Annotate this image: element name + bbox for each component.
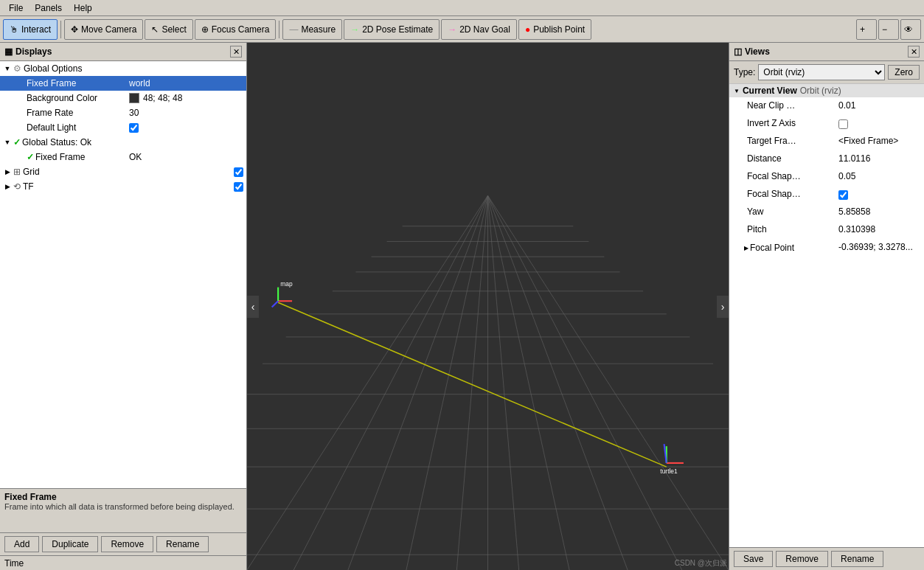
menu-panels[interactable]: Panels — [29, 1, 68, 15]
views-item-focal-shape-2[interactable]: Focal Shap… — [729, 186, 924, 204]
tree-item-background-color[interactable]: Background Color 48; 48; 48 — [0, 91, 246, 105]
tree-item-grid[interactable]: ▶ ⊞ Grid — [0, 164, 246, 179]
separator-1 — [60, 21, 61, 38]
views-item-focal-point[interactable]: ▶ Focal Point -0.36939; 3.3278... — [729, 239, 924, 257]
views-item-invert-z[interactable]: Invert Z Axis — [729, 115, 924, 133]
eye-icon: 👁 — [904, 24, 913, 35]
interact-button[interactable]: 🖱 Interact — [3, 19, 58, 40]
views-save-button[interactable]: Save — [734, 551, 773, 567]
tree-item-fixed-frame-status[interactable]: ✓ Fixed Frame OK — [0, 150, 246, 164]
displays-panel-header: ▦ Displays ✕ — [0, 43, 246, 61]
grid-checkbox[interactable] — [234, 167, 243, 177]
menu-help[interactable]: Help — [68, 1, 98, 15]
separator-2 — [279, 21, 279, 38]
tree-item-global-options[interactable]: ▼ ⚙ Global Options — [0, 61, 246, 76]
current-view-header[interactable]: ▼ Current View Orbit (rviz) — [729, 84, 924, 97]
views-panel-header: ◫ Views ✕ — [729, 43, 924, 61]
status-area: Fixed Frame Frame into which all data is… — [0, 488, 246, 532]
default-light-checkbox[interactable] — [129, 123, 139, 133]
gear-icon: ⚙ — [13, 63, 21, 74]
watermark: CSDN @次归派 — [675, 558, 727, 569]
nav-goal-button[interactable]: → 2D Nav Goal — [441, 19, 517, 40]
pose-estimate-button[interactable]: → 2D Pose Estimate — [344, 19, 440, 40]
minus-icon: − — [882, 24, 887, 35]
tree-item-tf[interactable]: ▶ ⟲ TF — [0, 179, 246, 194]
views-remove-button[interactable]: Remove — [776, 551, 828, 567]
views-type-row: Type: Orbit (rviz) Zero — [729, 61, 924, 84]
3d-grid: map turtle1 — [247, 43, 729, 570]
tree-item-default-light[interactable]: Default Light — [0, 120, 246, 135]
views-item-near-clip[interactable]: Near Clip … 0.01 — [729, 97, 924, 115]
status-ok-icon: ✓ — [13, 137, 21, 147]
time-bar: Time — [0, 555, 246, 570]
plus-icon: + — [860, 24, 865, 35]
zero-button[interactable]: Zero — [888, 65, 920, 80]
expand-focal-icon: ▶ — [744, 245, 748, 251]
remove-button[interactable]: Remove — [101, 536, 153, 552]
status-text: Frame into which all data is transformed… — [4, 502, 242, 511]
select-button[interactable]: ↖ Select — [145, 19, 192, 40]
cursor-icon: ↖ — [151, 24, 159, 35]
move-icon: ✥ — [71, 24, 78, 35]
focus-camera-button[interactable]: ⊕ Focus Camera — [195, 19, 277, 40]
views-item-yaw[interactable]: Yaw 5.85858 — [729, 204, 924, 221]
move-camera-button[interactable]: ✥ Move Camera — [64, 19, 143, 40]
views-item-target-frame[interactable]: Target Fra… <Fixed Frame> — [729, 133, 924, 150]
nav-icon: → — [448, 24, 456, 35]
grid-icon: ⊞ — [13, 167, 21, 177]
nav-arrow-right[interactable]: › — [717, 296, 729, 318]
views-panel-title: ◫ Views — [734, 46, 770, 57]
ruler-icon: — — [289, 24, 298, 35]
eye-icon-button[interactable]: 👁 — [900, 19, 921, 40]
expand-grid-icon: ▶ — [3, 167, 12, 176]
status-title: Fixed Frame — [4, 492, 242, 502]
main-content: ▦ Displays ✕ ▼ ⚙ Global Options Fixed Fr… — [0, 43, 924, 570]
views-bottom-buttons: Save Remove Rename — [729, 547, 924, 570]
expand-status-icon: ▼ — [3, 138, 12, 147]
displays-panel-close[interactable]: ✕ — [230, 46, 242, 58]
displays-panel: ▦ Displays ✕ ▼ ⚙ Global Options Fixed Fr… — [0, 43, 247, 570]
menu-bar: File Panels Help — [0, 0, 924, 16]
add-button[interactable]: Add — [4, 536, 39, 552]
bg-color-swatch — [129, 93, 139, 103]
duplicate-button[interactable]: Duplicate — [42, 536, 98, 552]
tree-item-frame-rate[interactable]: Frame Rate 30 — [0, 105, 246, 120]
viewport[interactable]: map turtle1 ‹ › CSDN @次归派 — [247, 43, 729, 570]
measure-button[interactable]: — Measure — [282, 19, 342, 40]
svg-text:turtle1: turtle1 — [660, 468, 678, 476]
rename-button[interactable]: Rename — [156, 536, 209, 552]
expand-global-icon: ▼ — [3, 64, 12, 73]
add-icon-button[interactable]: + — [856, 19, 877, 40]
focus-icon: ⊕ — [201, 24, 209, 35]
nav-arrow-left[interactable]: ‹ — [247, 296, 259, 318]
expand-current-view-icon: ▼ — [734, 88, 740, 94]
expand-tf-icon: ▶ — [3, 182, 12, 191]
tree-item-fixed-frame[interactable]: Fixed Frame world — [0, 76, 246, 91]
menu-file[interactable]: File — [3, 1, 29, 15]
views-rename-button[interactable]: Rename — [831, 551, 883, 567]
displays-tree: ▼ ⚙ Global Options Fixed Frame world Bac… — [0, 61, 246, 488]
svg-text:map: map — [280, 280, 293, 288]
invert-z-checkbox[interactable] — [838, 119, 848, 129]
views-tree: ▼ Current View Orbit (rviz) Near Clip … … — [729, 84, 924, 547]
views-panel-close[interactable]: ✕ — [908, 46, 920, 58]
time-label: Time — [4, 558, 24, 569]
tf-checkbox[interactable] — [234, 182, 243, 192]
ff-ok-icon: ✓ — [27, 152, 34, 162]
tf-icon: ⟲ — [13, 181, 21, 192]
views-item-pitch[interactable]: Pitch 0.310398 — [729, 221, 924, 239]
interact-icon: 🖱 — [10, 24, 18, 35]
views-item-distance[interactable]: Distance 11.0116 — [729, 150, 924, 168]
minus-icon-button[interactable]: − — [878, 19, 899, 40]
tree-item-global-status[interactable]: ▼ ✓ Global Status: Ok — [0, 135, 246, 150]
views-item-focal-shape-1[interactable]: Focal Shap… 0.05 — [729, 168, 924, 186]
views-icon: ◫ — [734, 46, 742, 57]
pose-icon: → — [350, 24, 359, 35]
publish-point-button[interactable]: ● Publish Point — [518, 19, 591, 40]
views-type-label: Type: — [734, 67, 755, 77]
toolbar: 🖱 Interact ✥ Move Camera ↖ Select ⊕ Focu… — [0, 16, 924, 43]
views-type-select[interactable]: Orbit (rviz) — [758, 64, 885, 80]
displays-bottom-buttons: Add Duplicate Remove Rename — [0, 532, 246, 555]
displays-panel-title: ▦ Displays — [4, 46, 52, 57]
focal-shape-checkbox[interactable] — [838, 190, 848, 200]
